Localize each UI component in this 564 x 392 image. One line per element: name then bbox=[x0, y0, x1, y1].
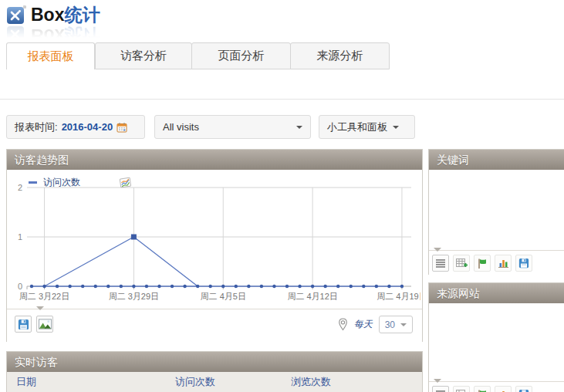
trend-footer: 每天 30 bbox=[7, 309, 422, 342]
visitor-trend-panel: 访客趋势图 210周二 3月22日周二 3月29日周二 4月5日周二 4月12日… bbox=[6, 149, 423, 342]
widgets-menu-button[interactable]: 小工具和面板 bbox=[319, 115, 415, 139]
segment-value: All visits bbox=[163, 121, 199, 133]
tabs-divider bbox=[0, 99, 564, 100]
export-data-button[interactable] bbox=[15, 316, 32, 333]
keywords-panel: 关键词 bbox=[428, 149, 564, 275]
app-logo[interactable]: Box统计 bbox=[6, 3, 100, 26]
column-pageviews[interactable]: 浏览次数 bbox=[291, 375, 422, 389]
chart-legend: 访问次数 bbox=[29, 176, 133, 189]
table-view-icon[interactable] bbox=[432, 386, 449, 392]
svg-text:1: 1 bbox=[18, 232, 22, 242]
svg-text:0: 0 bbox=[18, 282, 22, 291]
tab-visitors[interactable]: 访客分析 bbox=[95, 42, 192, 69]
svg-text:周二 3月29日: 周二 3月29日 bbox=[109, 292, 159, 301]
svg-text:周二 3月22日: 周二 3月22日 bbox=[19, 292, 69, 301]
map-pin-icon[interactable] bbox=[338, 318, 348, 331]
collapse-triangle-icon[interactable] bbox=[434, 379, 441, 383]
mini-line-chart-icon[interactable] bbox=[119, 177, 133, 189]
referrers-footer bbox=[429, 381, 564, 392]
report-date-label: 报表时间: bbox=[15, 120, 58, 134]
export-image-button[interactable] bbox=[36, 316, 53, 333]
collapse-triangle-icon[interactable] bbox=[36, 306, 44, 310]
column-visits[interactable]: 访问次数 bbox=[175, 375, 291, 389]
all-columns-view-icon[interactable] bbox=[453, 386, 470, 392]
realtime-table-header: 日期 访问次数 浏览次数 bbox=[7, 372, 422, 392]
visits-evolution-chart[interactable]: 210周二 3月22日周二 3月29日周二 4月5日周二 4月12日周二 4月1… bbox=[7, 170, 420, 309]
svg-text:周二 4月12日: 周二 4月12日 bbox=[287, 292, 337, 301]
bar-chart-view-icon[interactable] bbox=[495, 255, 512, 272]
referrer-websites-title[interactable]: 来源网站 bbox=[429, 283, 564, 303]
calendar-icon bbox=[117, 122, 127, 133]
all-columns-view-icon[interactable] bbox=[453, 255, 470, 272]
report-date-button[interactable]: 报表时间: 2016-04-20 bbox=[6, 115, 145, 139]
app-title: Box统计 bbox=[31, 3, 100, 27]
chevron-down-icon bbox=[296, 126, 302, 129]
report-date-value: 2016-04-20 bbox=[62, 121, 113, 133]
chevron-down-icon bbox=[393, 126, 399, 129]
chevron-down-icon bbox=[400, 323, 407, 326]
svg-text:周二 4月19日: 周二 4月19日 bbox=[377, 292, 420, 301]
rows-limit-label: 每天 bbox=[354, 318, 373, 331]
page: Box统计 Box统计 报表面板 访客分析 页面分析 来源分析 报表时间: 20… bbox=[0, 0, 564, 392]
svg-text:2: 2 bbox=[18, 183, 22, 192]
realtime-visitors-title[interactable]: 实时访客 bbox=[7, 352, 422, 372]
export-data-button[interactable] bbox=[515, 255, 532, 272]
rows-limit-select[interactable]: 30 bbox=[379, 316, 413, 333]
widgets-menu-label: 小工具和面板 bbox=[327, 120, 387, 134]
column-date[interactable]: 日期 bbox=[7, 375, 175, 389]
rows-limit-value: 30 bbox=[385, 319, 395, 330]
collapse-triangle-icon[interactable] bbox=[434, 248, 441, 252]
goals-view-flag-icon[interactable] bbox=[474, 255, 491, 272]
goals-view-flag-icon[interactable] bbox=[474, 386, 491, 392]
visitor-trend-title[interactable]: 访客趋势图 bbox=[7, 150, 422, 170]
keywords-title[interactable]: 关键词 bbox=[429, 150, 564, 170]
tab-referrers[interactable]: 来源分析 bbox=[290, 42, 390, 69]
legend-label: 访问次数 bbox=[43, 176, 80, 189]
realtime-visitors-panel: 实时访客 日期 访问次数 浏览次数 bbox=[6, 351, 423, 392]
segment-selector[interactable]: All visits bbox=[154, 115, 311, 139]
svg-text:周二 4月5日: 周二 4月5日 bbox=[201, 292, 246, 301]
tab-dashboard[interactable]: 报表面板 bbox=[6, 42, 95, 69]
referrer-websites-panel: 来源网站 bbox=[428, 282, 564, 392]
keywords-footer bbox=[429, 250, 564, 275]
export-data-button[interactable] bbox=[515, 386, 532, 392]
bar-chart-view-icon[interactable] bbox=[495, 386, 512, 392]
table-view-icon[interactable] bbox=[432, 255, 449, 272]
tab-pages[interactable]: 页面分析 bbox=[191, 42, 291, 69]
app-logo-icon bbox=[6, 5, 26, 25]
legend-line-swatch bbox=[29, 181, 37, 184]
